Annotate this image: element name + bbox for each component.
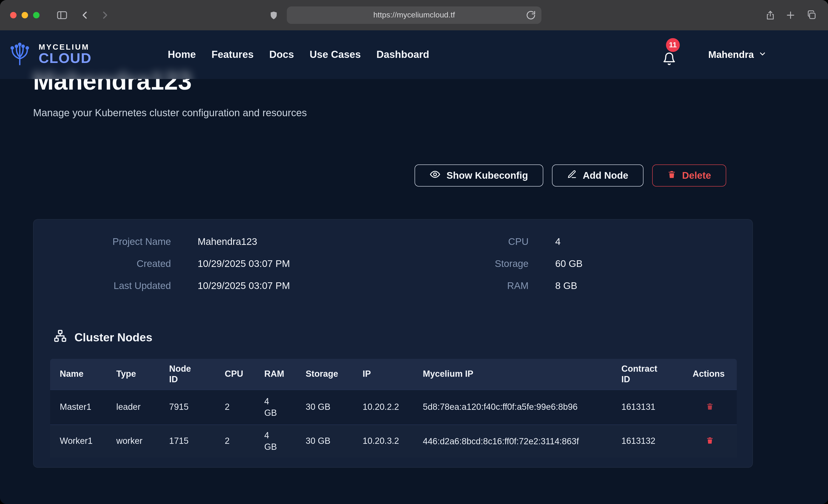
nav-item-docs[interactable]: Docs	[270, 49, 294, 60]
col-mycelium-ip: Mycelium IP	[413, 359, 612, 390]
cell-cpu: 2	[215, 424, 255, 458]
cell-ram: 4 GB	[255, 390, 296, 424]
browser-toolbar: https://myceliumcloud.tf	[0, 0, 828, 30]
forward-icon[interactable]	[97, 0, 113, 30]
table-row: Worker1 worker 1715 2 4 GB 30 GB 10.20.3…	[50, 424, 737, 458]
shield-icon[interactable]	[266, 0, 281, 30]
share-icon[interactable]	[762, 0, 778, 30]
back-icon[interactable]	[77, 0, 93, 30]
mycelium-logo-icon	[6, 40, 33, 69]
nav-item-use-cases[interactable]: Use Cases	[309, 49, 361, 60]
nav-item-dashboard[interactable]: Dashboard	[376, 49, 429, 60]
address-bar[interactable]: https://myceliumcloud.tf	[287, 6, 541, 24]
nav-item-features[interactable]: Features	[211, 49, 253, 60]
cell-node-id: 1715	[160, 424, 215, 458]
table-header-row: Name Type Node ID CPU RAM Storage IP Myc…	[50, 359, 737, 390]
close-window-button[interactable]	[10, 12, 16, 18]
new-tab-icon[interactable]	[783, 0, 798, 30]
detail-value: 60 GB	[555, 258, 583, 269]
add-node-button[interactable]: Add Node	[552, 165, 644, 186]
col-node-id: Node ID	[160, 359, 215, 390]
detail-value: 4	[555, 236, 561, 247]
cluster-nodes-heading: Cluster Nodes	[53, 329, 152, 345]
cell-actions	[683, 390, 737, 424]
cluster-nodes-title: Cluster Nodes	[75, 331, 152, 344]
notifications-button[interactable]: 11	[662, 52, 676, 66]
url-text: https://myceliumcloud.tf	[373, 10, 455, 20]
cell-storage: 30 GB	[296, 424, 353, 458]
cell-cpu: 2	[215, 390, 255, 424]
tab-overview-icon[interactable]	[804, 0, 820, 30]
delete-node-button[interactable]	[704, 434, 716, 448]
detail-label: RAM	[401, 280, 529, 291]
detail-label: Project Name	[34, 236, 171, 247]
cell-type: worker	[107, 424, 160, 458]
notification-badge: 11	[666, 38, 680, 52]
detail-row: Project Name Mahendra123	[34, 236, 290, 247]
delete-node-button[interactable]	[704, 400, 716, 414]
detail-label: Last Updated	[34, 280, 171, 291]
cell-actions	[683, 424, 737, 458]
col-cpu: CPU	[215, 359, 255, 390]
reload-icon[interactable]	[526, 10, 536, 20]
window-controls	[10, 12, 40, 18]
logo-line2: CLOUD	[39, 51, 91, 66]
page: Mahendra123 Manage your Kubernetes clust…	[0, 30, 828, 504]
cell-type: leader	[107, 390, 160, 424]
cluster-details-right: CPU 4 Storage 60 GB RAM 8 GB	[401, 236, 583, 302]
detail-label: CPU	[401, 236, 529, 247]
detail-label: Created	[34, 258, 171, 269]
col-ram: RAM	[255, 359, 296, 390]
minimize-window-button[interactable]	[22, 12, 28, 18]
col-contract-id: Contract ID	[612, 359, 683, 390]
cell-ip: 10.20.3.2	[353, 424, 413, 458]
col-actions: Actions	[683, 359, 737, 390]
cell-ip: 10.20.2.2	[353, 390, 413, 424]
add-node-label: Add Node	[583, 170, 628, 181]
detail-row: CPU 4	[401, 236, 583, 247]
detail-row: Last Updated 10/29/2025 03:07 PM	[34, 280, 290, 291]
cluster-nodes-icon	[53, 329, 67, 345]
cluster-details-left: Project Name Mahendra123 Created 10/29/2…	[34, 236, 290, 302]
nodes-table: Name Type Node ID CPU RAM Storage IP Myc…	[50, 359, 737, 458]
mycelium-logo[interactable]: MYCELIUM CLOUD	[6, 30, 91, 79]
detail-row: Storage 60 GB	[401, 258, 583, 269]
main-nav: Home Features Docs Use Cases Dashboard	[168, 30, 429, 79]
sidebar-toggle-icon[interactable]	[54, 0, 70, 30]
nav-item-home[interactable]: Home	[168, 49, 196, 60]
page-subtitle: Manage your Kubernetes cluster configura…	[33, 107, 307, 119]
user-name: Mahendra	[708, 49, 754, 60]
cell-contract-id: 1613132	[612, 424, 683, 458]
detail-value: 10/29/2025 03:07 PM	[198, 258, 290, 269]
cell-storage: 30 GB	[296, 390, 353, 424]
table-row: Master1 leader 7915 2 4 GB 30 GB 10.20.2…	[50, 390, 737, 424]
col-name: Name	[50, 359, 107, 390]
cell-contract-id: 1613131	[612, 390, 683, 424]
user-menu[interactable]: Mahendra	[708, 30, 767, 79]
cell-mycelium-ip: 5d8:78ea:a120:f40c:ff0f:a5fe:99e6:8b96	[413, 390, 612, 424]
cluster-actions: Show Kubeconfig Add Node Delete	[415, 165, 726, 186]
stage: https://myceliumcloud.tf	[0, 0, 828, 504]
cell-ram: 4 GB	[255, 424, 296, 458]
trash-icon	[667, 170, 676, 181]
detail-row: RAM 8 GB	[401, 280, 583, 291]
trash-icon	[706, 436, 714, 445]
detail-label: Storage	[401, 258, 529, 269]
col-storage: Storage	[296, 359, 353, 390]
site-header: Mahendra123	[0, 30, 828, 79]
col-ip: IP	[353, 359, 413, 390]
detail-value: Mahendra123	[198, 236, 257, 247]
delete-label: Delete	[682, 170, 711, 181]
cell-mycelium-ip: 446:d2a6:8bcd:8c16:ff0f:72e2:3114:863f	[413, 424, 612, 458]
logo-line1: MYCELIUM	[39, 43, 91, 51]
cell-name: Worker1	[50, 424, 107, 458]
detail-value: 10/29/2025 03:07 PM	[198, 280, 290, 291]
show-kubeconfig-button[interactable]: Show Kubeconfig	[415, 165, 543, 186]
chevron-down-icon	[758, 49, 767, 60]
bell-icon	[662, 59, 676, 67]
detail-row: Created 10/29/2025 03:07 PM	[34, 258, 290, 269]
delete-cluster-button[interactable]: Delete	[652, 165, 726, 186]
cell-name: Master1	[50, 390, 107, 424]
zoom-window-button[interactable]	[33, 12, 40, 18]
detail-value: 8 GB	[555, 280, 577, 291]
